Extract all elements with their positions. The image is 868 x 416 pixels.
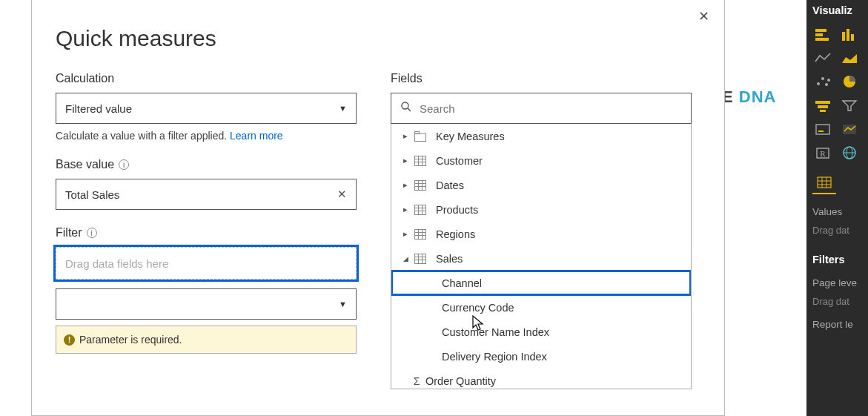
- calculation-helper: Calculate a value with a filter applied.…: [56, 130, 357, 142]
- field-tree-item[interactable]: ▸Dates: [391, 173, 691, 197]
- info-icon: i: [87, 228, 97, 238]
- caret-right-icon: ▸: [400, 180, 411, 190]
- visualizations-title: Visualiz: [812, 4, 864, 16]
- visualization-type-grid: R: [811, 24, 864, 163]
- svg-rect-29: [815, 29, 826, 32]
- search-icon: [400, 101, 412, 116]
- field-label: Delivery Region Index: [442, 351, 547, 363]
- field-tree-item[interactable]: ▸Products: [391, 197, 691, 222]
- chevron-down-icon: ▼: [339, 104, 347, 113]
- viz-kpi-icon[interactable]: [838, 119, 861, 139]
- report-level-filters-label: Report le: [812, 319, 864, 330]
- field-label: Customer: [436, 155, 483, 167]
- field-tree-child[interactable]: ΣOrder Quantity: [391, 369, 691, 389]
- viz-stacked-bar-icon[interactable]: [811, 24, 835, 44]
- calculation-select[interactable]: Filtered value ▼: [56, 93, 357, 124]
- viz-r-script-icon[interactable]: R: [811, 142, 835, 163]
- field-tree-item[interactable]: ◢Sales: [391, 246, 691, 271]
- base-value-label: Base value i: [56, 158, 357, 171]
- svg-line-1: [408, 108, 411, 111]
- fields-tab-icon[interactable]: [815, 175, 833, 190]
- table-icon: [412, 180, 428, 191]
- fields-search-input[interactable]: [420, 102, 682, 115]
- svg-rect-44: [818, 131, 824, 132]
- sigma-icon: Σ: [409, 375, 424, 387]
- svg-rect-40: [815, 101, 830, 104]
- field-label: Channel: [442, 277, 482, 289]
- svg-rect-42: [820, 110, 826, 112]
- caret-right-icon: ▸: [400, 205, 411, 214]
- table-icon: [412, 156, 428, 166]
- svg-rect-32: [842, 32, 845, 41]
- svg-point-36: [821, 77, 824, 80]
- field-tree-child[interactable]: Channel: [391, 271, 691, 295]
- svg-rect-3: [415, 131, 420, 133]
- field-label: Customer Name Index: [442, 326, 549, 338]
- caret-down-icon: ◢: [400, 255, 411, 263]
- warning-icon: !: [64, 334, 75, 346]
- field-tree-item[interactable]: ▸Customer: [391, 148, 691, 173]
- filters-section-title: Filters: [812, 254, 864, 265]
- field-tree-child[interactable]: Delivery Region Index: [391, 344, 691, 369]
- viz-line-icon[interactable]: [811, 47, 835, 68]
- viz-pie-icon[interactable]: [838, 71, 861, 92]
- base-value-field[interactable]: Total Sales ✕: [56, 179, 357, 210]
- field-tree-item[interactable]: ▸Key Measures: [391, 124, 691, 148]
- viz-card-icon[interactable]: [811, 119, 835, 139]
- field-label: Products: [436, 204, 478, 216]
- svg-rect-2: [415, 133, 426, 142]
- field-tree-item[interactable]: ▸Regions: [391, 222, 691, 246]
- svg-rect-14: [415, 205, 426, 214]
- learn-more-link[interactable]: Learn more: [230, 130, 283, 142]
- table-icon: [412, 254, 428, 264]
- error-text: Parameter is required.: [79, 334, 182, 346]
- quick-measures-dialog: ✕ Quick measures Calculation Filtered va…: [31, 0, 725, 416]
- filter-drop-zone[interactable]: Drag data fields here: [56, 247, 357, 280]
- field-label: Currency Code: [442, 302, 514, 314]
- caret-right-icon: ▸: [400, 229, 411, 239]
- field-label: Sales: [436, 253, 463, 265]
- fields-label: Fields: [391, 72, 692, 85]
- calculation-selected-value: Filtered value: [65, 102, 132, 115]
- viz-clustered-column-icon[interactable]: [838, 24, 861, 44]
- values-drop-zone[interactable]: Drag dat: [812, 225, 864, 236]
- svg-rect-19: [415, 229, 426, 239]
- svg-rect-4: [415, 156, 426, 165]
- viz-funnel-icon[interactable]: [811, 95, 835, 116]
- filter-label: Filter i: [56, 226, 357, 240]
- page-level-filters-label: Page leve: [812, 277, 864, 288]
- svg-rect-41: [818, 105, 828, 108]
- close-button[interactable]: ✕: [695, 5, 712, 27]
- viz-slicer-icon[interactable]: [838, 95, 861, 116]
- filter-placeholder: Drag data fields here: [65, 257, 168, 270]
- viz-scatter-icon[interactable]: [811, 71, 835, 92]
- visualizations-panel: Visualiz R Values Drag dat Filters Page …: [806, 0, 868, 416]
- table-icon: [412, 205, 428, 215]
- svg-text:R: R: [820, 149, 826, 158]
- svg-rect-9: [415, 180, 426, 190]
- svg-point-37: [825, 83, 828, 86]
- svg-point-0: [402, 102, 408, 109]
- field-label: Order Quantity: [425, 375, 496, 387]
- field-tree-child[interactable]: Currency Code: [391, 295, 691, 320]
- page-level-drop-zone[interactable]: Drag dat: [812, 296, 864, 307]
- base-value-text: Total Sales: [65, 188, 119, 201]
- svg-rect-43: [816, 125, 829, 134]
- viz-globe-icon[interactable]: [838, 142, 861, 163]
- svg-rect-24: [415, 254, 426, 263]
- svg-rect-51: [818, 177, 831, 188]
- clear-base-value-button[interactable]: ✕: [337, 188, 347, 201]
- fields-tree: ▸Key Measures▸Customer▸Dates▸Products▸Re…: [391, 124, 692, 389]
- filter-value-select[interactable]: ▼: [56, 288, 357, 320]
- fields-search-box[interactable]: [391, 93, 692, 124]
- field-tree-child[interactable]: Customer Name Index: [391, 320, 691, 344]
- dialog-title: Quick measures: [56, 26, 700, 51]
- svg-rect-30: [815, 33, 823, 36]
- info-icon: i: [119, 159, 129, 170]
- viz-area-icon[interactable]: [838, 47, 861, 68]
- svg-rect-34: [851, 34, 854, 41]
- svg-point-35: [817, 82, 820, 85]
- parameter-required-error: ! Parameter is required.: [56, 326, 357, 354]
- calculation-label: Calculation: [56, 72, 357, 85]
- svg-point-38: [827, 79, 830, 82]
